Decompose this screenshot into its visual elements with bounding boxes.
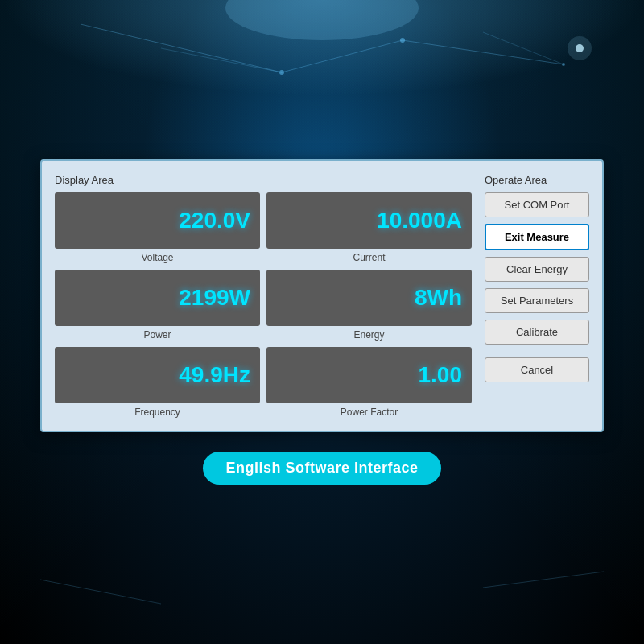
bottom-label: English Software Interface xyxy=(203,452,440,485)
footer-label-text: English Software Interface xyxy=(203,452,440,485)
metric-value-power: 2199W xyxy=(179,285,250,311)
metric-label-voltage: Voltage xyxy=(141,252,173,263)
metric-label-energy: Energy xyxy=(353,329,384,341)
operate-buttons: Set COM Port Exit Measure Clear Energy S… xyxy=(485,192,589,382)
main-content: Display Area 220.0V Voltage 10.000A xyxy=(0,0,644,644)
metric-cell-current: 10.000A Current xyxy=(266,192,472,263)
set-com-port-button[interactable]: Set COM Port xyxy=(485,192,589,217)
metrics-grid: 220.0V Voltage 10.000A Current xyxy=(55,192,472,418)
operate-area-title: Operate Area xyxy=(485,174,589,186)
metric-display-frequency: 49.9Hz xyxy=(55,347,260,403)
metric-label-current: Current xyxy=(353,252,385,263)
clear-energy-button[interactable]: Clear Energy xyxy=(485,257,589,282)
set-parameters-button[interactable]: Set Parameters xyxy=(485,288,589,313)
metric-label-power: Power xyxy=(143,329,171,341)
metric-display-power: 2199W xyxy=(55,270,260,326)
calibrate-button[interactable]: Calibrate xyxy=(485,320,589,345)
metric-cell-frequency: 49.9Hz Frequency xyxy=(55,347,260,418)
metric-display-current: 10.000A xyxy=(266,192,472,249)
metric-cell-power: 2199W Power xyxy=(55,270,260,341)
metric-value-current: 10.000A xyxy=(377,208,462,233)
metric-label-frequency: Frequency xyxy=(134,407,180,418)
metric-value-voltage: 220.0V xyxy=(179,208,250,233)
metric-value-frequency: 49.9Hz xyxy=(179,362,250,388)
operate-area: Operate Area Set COM Port Exit Measure C… xyxy=(485,174,589,418)
app-window: Display Area 220.0V Voltage 10.000A xyxy=(40,159,604,432)
metric-cell-voltage: 220.0V Voltage xyxy=(55,192,260,263)
metric-value-energy: 8Wh xyxy=(415,285,462,311)
metric-display-voltage: 220.0V xyxy=(55,192,260,249)
metric-display-power-factor: 1.00 xyxy=(266,347,472,403)
metric-display-energy: 8Wh xyxy=(266,270,472,326)
metric-cell-power-factor: 1.00 Power Factor xyxy=(266,347,472,418)
metric-cell-energy: 8Wh Energy xyxy=(266,270,472,341)
metric-value-power-factor: 1.00 xyxy=(419,362,463,388)
metric-label-power-factor: Power Factor xyxy=(341,407,398,418)
display-area-title: Display Area xyxy=(55,174,472,186)
display-area: Display Area 220.0V Voltage 10.000A xyxy=(55,174,472,418)
cancel-button[interactable]: Cancel xyxy=(485,357,589,382)
exit-measure-button[interactable]: Exit Measure xyxy=(485,224,589,250)
